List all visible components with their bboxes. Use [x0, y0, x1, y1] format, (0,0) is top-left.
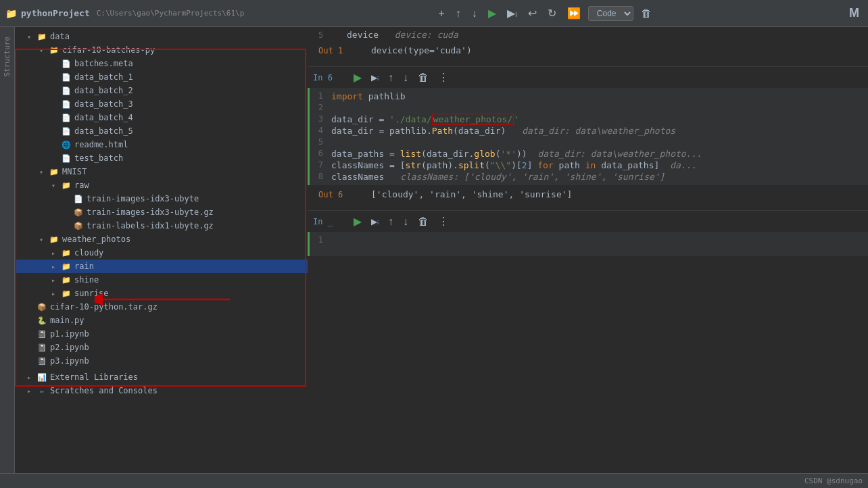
tree-label-cifar-tar: cifar-10-python.tar.gz — [50, 302, 158, 312]
down-in6-button[interactable]: ↓ — [400, 70, 411, 85]
run-new-button[interactable]: ▶ — [351, 214, 364, 229]
m-button[interactable]: M — [846, 5, 863, 22]
linenum-4: 4 — [310, 126, 331, 135]
chevron-shine — [51, 276, 59, 284]
code-line-7: 7 classNames = [str(path).split("\\")[2]… — [310, 160, 868, 171]
tree-item-sunrise[interactable]: 📁 sunrise — [15, 287, 308, 300]
tree-item-batches-meta[interactable]: 📄 batches.meta — [15, 57, 308, 70]
tree-item-raw[interactable]: 📁 raw — [15, 178, 308, 192]
linecontent-3: data_dir = './data/weather_photos/' — [331, 114, 868, 124]
move-up-button[interactable]: ↑ — [452, 6, 464, 21]
new-linenum-1: 1 — [310, 235, 331, 245]
tree-item-data[interactable]: 📁 data — [15, 30, 308, 43]
delete-in6-button[interactable]: 🗑 — [415, 70, 431, 85]
code-line-5: 5 — [310, 137, 868, 148]
tree-item-data-batch-5[interactable]: 📄 data_batch_5 — [15, 124, 308, 138]
run-line-new-button[interactable]: ▶ᵢ — [368, 216, 381, 228]
tree-label-scratches: Scratches and Consoles — [50, 386, 158, 395]
add-cell-button[interactable]: + — [435, 6, 448, 21]
tree-item-cifar-tar[interactable]: 📦 cifar-10-python.tar.gz — [15, 300, 308, 314]
file-icon-main-py: 🐍 — [37, 315, 47, 326]
cell5-line: 5 device device: cuda — [308, 27, 868, 43]
in6-cell: In 6 ▶ ▶ᵢ ↑ ↓ 🗑 ⋮ 1 import pathlib — [308, 66, 868, 185]
tree-label-shine: shine — [74, 275, 99, 285]
tree-label-sunrise: sunrise — [74, 289, 109, 298]
tree-label-data-batch-4: data_batch_4 — [74, 113, 133, 122]
file-icon-batches-meta: 📄 — [61, 58, 72, 69]
linenum-6: 6 — [310, 149, 331, 158]
run-button[interactable]: ▶ — [485, 5, 500, 21]
run-cell-button[interactable]: ▶ᵢ — [504, 5, 521, 21]
run-all-button[interactable]: ⏩ — [564, 5, 584, 21]
tree-item-train-labels-gz[interactable]: 📦 train-labels-idx1-ubyte.gz — [15, 219, 308, 233]
tree-item-rain[interactable]: 📁 rain — [15, 260, 308, 273]
spacer1 — [308, 61, 868, 66]
tree-item-weather-photos[interactable]: 📁 weather_photos — [15, 233, 308, 246]
cell-type-dropdown[interactable]: Code — [588, 6, 633, 21]
tree-item-p1-ipynb[interactable]: 📓 p1.ipynb — [15, 327, 308, 341]
tree-item-train-images[interactable]: 📄 train-images-idx3-ubyte — [15, 192, 308, 205]
linecontent-5 — [331, 137, 868, 147]
delete-cell-button[interactable]: 🗑 — [637, 6, 655, 21]
folder-icon-mnist: 📁 — [49, 166, 59, 177]
tree-item-data-batch-4[interactable]: 📄 data_batch_4 — [15, 111, 308, 124]
tree-item-data-batch-3[interactable]: 📄 data_batch_3 — [15, 97, 308, 111]
tree-item-p3-ipynb[interactable]: 📓 p3.ipynb — [15, 354, 308, 368]
in-new-cell: In _ ▶ ▶ᵢ ↑ ↓ 🗑 ⋮ 1 — [308, 210, 868, 256]
more-new-button[interactable]: ⋮ — [435, 214, 452, 229]
up-new-button[interactable]: ↑ — [385, 214, 396, 229]
more-in6-button[interactable]: ⋮ — [435, 70, 452, 85]
linecontent-8: classNames classNames: ['cloudy', 'rain'… — [331, 172, 868, 182]
chevron-weather-photos — [39, 236, 47, 243]
linecontent-6: data_paths = list(data_dir.glob('*')) da… — [331, 149, 868, 159]
tree-label-train-labels-gz: train-labels-idx1-ubyte.gz — [87, 221, 214, 230]
file-icon-readme: 🌐 — [61, 139, 72, 150]
chevron-raw — [51, 182, 59, 189]
in6-toolbar-row: In 6 ▶ ▶ᵢ ↑ ↓ 🗑 ⋮ — [308, 66, 868, 88]
tree-label-data-batch-2: data_batch_2 — [74, 86, 133, 95]
out6-label: Out 6 — [318, 190, 352, 199]
tree-item-external-libs[interactable]: 📊 External Libraries — [15, 370, 308, 384]
tree-label-train-images: train-images-idx3-ubyte — [87, 194, 199, 203]
tree-item-train-images-gz[interactable]: 📦 train-images-idx3-ubyte.gz — [15, 205, 308, 219]
status-bar: CSDN @sdnugao — [0, 473, 868, 488]
out1-value: device(type='cuda') — [371, 45, 472, 55]
tree-item-shine[interactable]: 📁 shine — [15, 273, 308, 287]
tree-label-p2: p2.ipynb — [50, 343, 89, 352]
up-in6-button[interactable]: ↑ — [385, 70, 396, 85]
chevron-rain — [51, 263, 59, 270]
down-new-button[interactable]: ↓ — [400, 214, 411, 229]
tree-item-data-batch-2[interactable]: 📄 data_batch_2 — [15, 84, 308, 97]
top-toolbar: 📁 pythonProject C:\Users\gao\PycharmProj… — [0, 0, 868, 27]
folder-icon-project: 📁 — [5, 8, 17, 19]
tree-item-main-py[interactable]: 🐍 main.py — [15, 314, 308, 327]
restart-button[interactable]: ↻ — [544, 5, 560, 21]
tree-item-cloudy[interactable]: 📁 cloudy — [15, 246, 308, 260]
tree-item-p2-ipynb[interactable]: 📓 p2.ipynb — [15, 341, 308, 354]
tree-item-cifar[interactable]: 📁 cifar-10-batches-py — [15, 43, 308, 57]
chevron-sunrise — [51, 290, 59, 297]
out6-area: Out 6 ['cloudy', 'rain', 'shine', 'sunri… — [308, 185, 868, 205]
tree-item-readme[interactable]: 🌐 readme.html — [15, 138, 308, 151]
left-tabs: Structure — [0, 27, 15, 473]
tree-item-mnist[interactable]: 📁 MNIST — [15, 165, 308, 178]
structure-tab[interactable]: Structure — [1, 34, 13, 80]
file-icon-data-batch-4: 📄 — [61, 112, 72, 123]
run-in6-button[interactable]: ▶ — [351, 70, 364, 85]
run-line-in6-button[interactable]: ▶ᵢ — [368, 72, 381, 84]
out1-label: Out 1 — [318, 46, 352, 55]
tree-label-mnist: MNIST — [62, 167, 87, 176]
delete-new-button[interactable]: 🗑 — [415, 214, 431, 229]
tree-item-data-batch-1[interactable]: 📄 data_batch_1 — [15, 70, 308, 84]
out1-area: Out 1 device(type='cuda') — [308, 43, 868, 61]
linecontent-4: data_dir = pathlib.Path(data_dir) data_d… — [331, 126, 868, 136]
tree-item-test-batch[interactable]: 📄 test_batch — [15, 151, 308, 165]
move-down-button[interactable]: ↓ — [468, 6, 481, 21]
folder-icon-weather-photos: 📁 — [49, 234, 59, 245]
folder-icon-rain: 📁 — [61, 261, 72, 272]
linenum-5: 5 — [310, 137, 331, 147]
step-button[interactable]: ↩ — [525, 5, 540, 21]
file-tree: 📁 data 📁 cifar-10-batches-py 📄 batches.m… — [15, 27, 308, 400]
linecontent-1: import pathlib — [331, 91, 868, 101]
tree-item-scratches[interactable]: ✏️ Scratches and Consoles — [15, 384, 308, 397]
